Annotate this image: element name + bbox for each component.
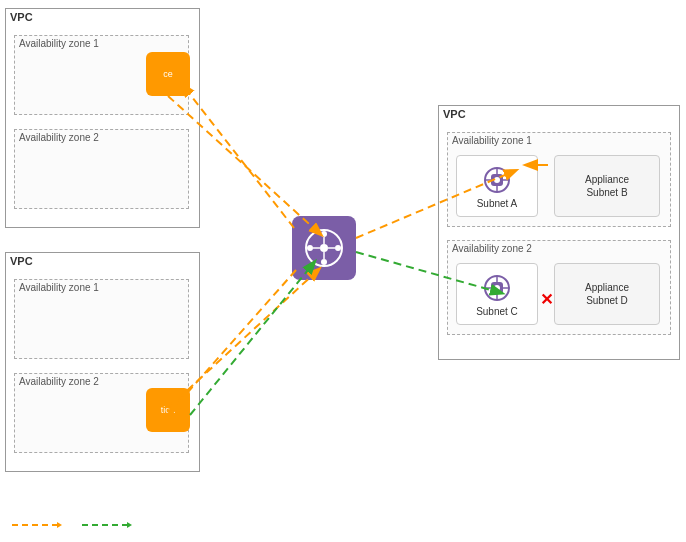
left-vpc1-az2-label: Availability zone 2 xyxy=(15,130,188,145)
subnet-c-label: Subnet C xyxy=(476,306,518,317)
legend-orange-line xyxy=(12,520,62,530)
svg-point-17 xyxy=(321,259,327,265)
arrow-hub-to-resource1 xyxy=(185,88,294,228)
subnet-d: ApplianceSubnet D xyxy=(554,263,660,325)
right-vpc-az2-label: Availability zone 2 xyxy=(448,241,670,256)
legend-green-line xyxy=(82,520,132,530)
svg-point-19 xyxy=(335,245,341,251)
right-vpc: VPC Availability zone 1 Subnet A Appli xyxy=(438,105,680,360)
svg-point-15 xyxy=(320,244,328,252)
legend-orange xyxy=(12,520,62,530)
legend xyxy=(12,520,132,530)
subnet-b: ApplianceSubnet B xyxy=(554,155,660,217)
subnet-d-label: ApplianceSubnet D xyxy=(585,281,629,307)
svg-marker-27 xyxy=(127,522,132,528)
arrow-resource2-green xyxy=(190,265,312,415)
right-vpc-az1-label: Availability zone 1 xyxy=(448,133,670,148)
left-vpc1-az2: Availability zone 2 xyxy=(14,129,189,209)
left-vpc1-label: VPC xyxy=(6,9,199,25)
left-vpc2-az2-label: Availability zone 2 xyxy=(15,374,188,389)
right-vpc-label: VPC xyxy=(439,106,679,122)
subnet-c: Subnet C xyxy=(456,263,538,325)
subnet-b-label: ApplianceSubnet B xyxy=(585,173,629,199)
diagram-container: VPC Availability zone 1 Availability zon… xyxy=(0,0,686,542)
x-mark: ✕ xyxy=(540,290,553,309)
svg-point-18 xyxy=(307,245,313,251)
left-vpc2-az1-label: Availability zone 1 xyxy=(15,280,188,295)
hub-svg xyxy=(302,226,346,270)
svg-marker-25 xyxy=(57,522,62,528)
hub-icon xyxy=(292,216,356,280)
subnet-a: Subnet A xyxy=(456,155,538,217)
resource-box-1: ce xyxy=(146,52,190,96)
svg-point-16 xyxy=(321,231,327,237)
left-vpc2-label: VPC xyxy=(6,253,199,269)
svg-point-2 xyxy=(494,177,500,183)
left-vpc2: VPC Availability zone 1 Availability zon… xyxy=(5,252,200,472)
subnet-c-icon xyxy=(481,272,513,304)
resource1-label: ce xyxy=(163,69,173,79)
resource2-label: tion xyxy=(161,405,176,415)
legend-green xyxy=(82,520,132,530)
svg-point-9 xyxy=(494,285,500,291)
right-vpc-az2: Availability zone 2 Subnet C ApplianceSu… xyxy=(447,240,671,335)
left-vpc1-az1-label: Availability zone 1 xyxy=(15,36,188,51)
left-vpc2-az1: Availability zone 1 xyxy=(14,279,189,359)
subnet-a-label: Subnet A xyxy=(477,198,518,209)
resource-box-2: tion xyxy=(146,388,190,432)
right-vpc-az1: Availability zone 1 Subnet A ApplianceSu… xyxy=(447,132,671,227)
left-vpc1: VPC Availability zone 1 Availability zon… xyxy=(5,8,200,228)
subnet-a-icon xyxy=(481,164,513,196)
